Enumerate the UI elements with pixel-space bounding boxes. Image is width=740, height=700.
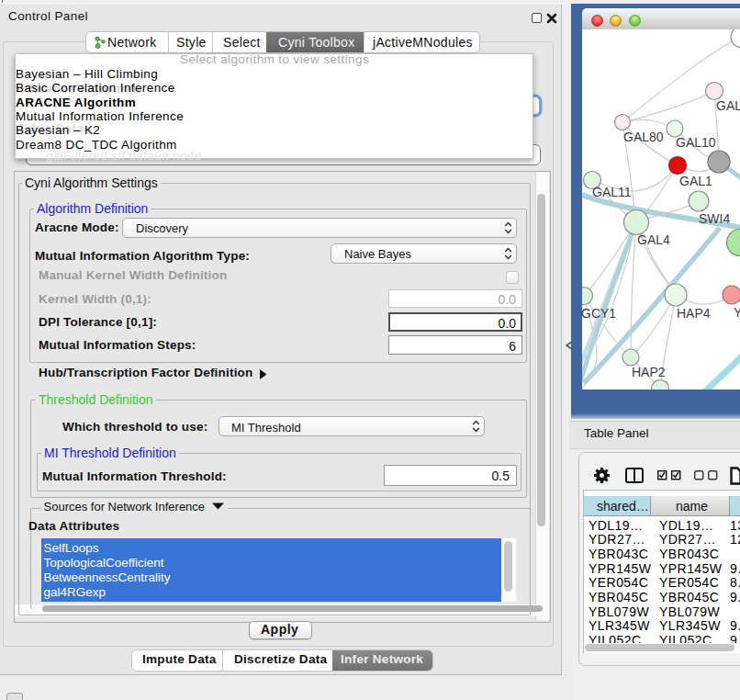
svg-text:GAL4: GAL4 — [637, 232, 670, 247]
svg-text:GAL1: GAL1 — [679, 174, 712, 188]
svg-text:SWI4: SWI4 — [699, 211, 730, 226]
svg-text:HAP2: HAP2 — [632, 365, 666, 379]
svg-text:HAP4: HAP4 — [677, 306, 711, 321]
svg-text:YE: YE — [734, 305, 740, 320]
svg-text:GAL80: GAL80 — [623, 130, 664, 144]
svg-text:GAL10: GAL10 — [676, 135, 716, 150]
svg-text:GAL7: GAL7 — [716, 98, 740, 113]
svg-text:GAL11: GAL11 — [592, 185, 632, 199]
svg-text:GCY1: GCY1 — [582, 306, 616, 321]
